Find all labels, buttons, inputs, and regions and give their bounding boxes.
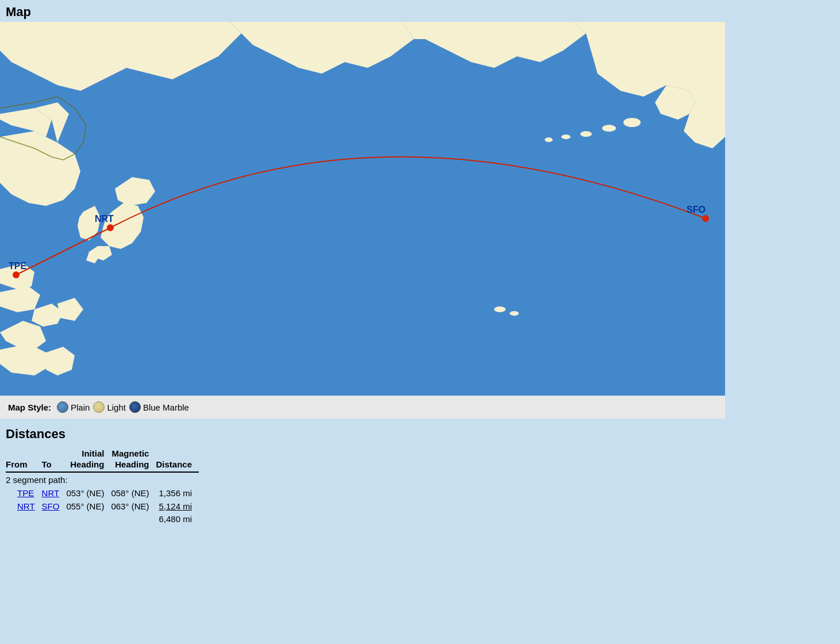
- col-distance: Distance: [156, 447, 199, 472]
- col-initial-heading-bottom: Heading: [66, 458, 111, 472]
- row2-to[interactable]: SFO: [42, 500, 67, 513]
- map-style-bar: Map Style: Plain Light Blue Marble: [0, 396, 725, 419]
- svg-point-3: [580, 131, 592, 137]
- svg-point-1: [623, 118, 641, 127]
- row1-initial: 053° (NE): [66, 486, 111, 500]
- row2-from[interactable]: NRT: [6, 500, 42, 513]
- row1-from[interactable]: TPE: [6, 486, 42, 500]
- table-row: NRT SFO 055° (NE) 063° (NE) 5,124 mi: [6, 500, 199, 513]
- map-style-label: Map Style:: [8, 402, 51, 412]
- col-magnetic-heading-top: Magnetic: [111, 447, 156, 458]
- globe-light-icon: [93, 401, 105, 413]
- table-row: TPE NRT 053° (NE) 058° (NE) 1,356 mi: [6, 486, 199, 500]
- col-from: From: [6, 447, 42, 472]
- svg-point-2: [602, 125, 616, 132]
- distances-section: Distances From To Initial Magnetic Dista…: [0, 419, 725, 531]
- distances-title: Distances: [6, 427, 719, 442]
- row2-initial: 055° (NE): [66, 500, 111, 513]
- map-style-blue-marble-label: Blue Marble: [143, 402, 189, 412]
- segment-label: 2 segment path:: [6, 472, 199, 486]
- svg-point-7: [510, 311, 519, 316]
- page-title: Map: [0, 0, 725, 22]
- map-style-light[interactable]: Light: [93, 401, 126, 413]
- row1-magnetic: 058° (NE): [111, 486, 156, 500]
- row2-distance: 5,124 mi: [156, 500, 199, 513]
- svg-point-6: [494, 306, 506, 312]
- sfo-label: SFO: [687, 205, 706, 214]
- globe-blue-marble-icon: [129, 401, 141, 413]
- row2-magnetic: 063° (NE): [111, 500, 156, 513]
- col-to: To: [42, 447, 67, 472]
- nrt-label: NRT: [95, 214, 114, 224]
- globe-plain-icon: [57, 401, 68, 413]
- distances-table: From To Initial Magnetic Distance Headin…: [6, 447, 199, 526]
- total-distance: 6,480 mi: [156, 513, 199, 526]
- svg-point-4: [561, 135, 571, 139]
- svg-point-8: [13, 271, 20, 278]
- col-initial-heading-top: Initial: [66, 447, 111, 458]
- svg-point-10: [702, 215, 709, 222]
- col-magnetic-heading-bottom: Heading: [111, 458, 156, 472]
- row1-to[interactable]: NRT: [42, 486, 67, 500]
- svg-point-5: [545, 137, 553, 142]
- total-row: 6,480 mi: [6, 513, 199, 526]
- map-style-blue-marble[interactable]: Blue Marble: [129, 401, 189, 413]
- map-style-plain[interactable]: Plain: [57, 401, 90, 413]
- svg-point-9: [107, 224, 114, 231]
- map-style-plain-label: Plain: [71, 402, 90, 412]
- map-style-light-label: Light: [107, 402, 126, 412]
- map-container: TPE NRT SFO: [0, 22, 725, 396]
- segment-label-row: 2 segment path:: [6, 472, 199, 486]
- row1-distance: 1,356 mi: [156, 486, 199, 500]
- tpe-label: TPE: [9, 261, 26, 271]
